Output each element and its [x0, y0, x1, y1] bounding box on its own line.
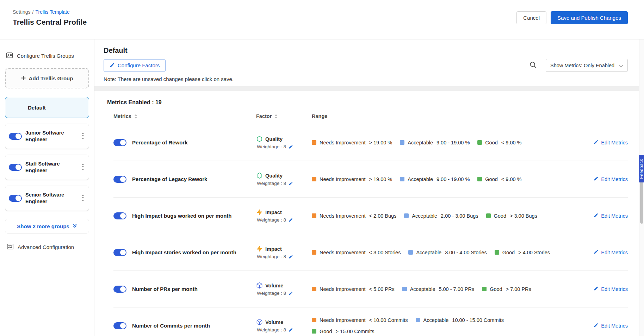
- toggle-knob: [16, 195, 21, 201]
- edit-metrics-link[interactable]: Edit Metrics: [594, 176, 628, 182]
- group-menu-button[interactable]: [81, 132, 85, 141]
- good-swatch: [482, 287, 487, 291]
- range-value: 10.00 - 15.00 Commits: [452, 317, 504, 323]
- acceptable-swatch: [400, 140, 404, 145]
- metric-toggle[interactable]: [113, 249, 126, 256]
- range-label: Needs Improvement: [320, 317, 366, 323]
- metric-row: High Impact stories worked on per month …: [113, 234, 628, 270]
- configure-factors-label: Configure Factors: [118, 62, 160, 68]
- edit-metrics-link[interactable]: Edit Metrics: [594, 213, 628, 219]
- actions-cell: Edit Metrics: [587, 139, 628, 145]
- metric-row: High Impact bugs worked on per month Imp…: [113, 197, 628, 234]
- group-card-default[interactable]: Default: [5, 97, 89, 118]
- group-menu-button[interactable]: [81, 163, 85, 172]
- toggle-knob: [120, 250, 126, 255]
- edit-weightage-icon[interactable]: [289, 291, 293, 295]
- factor-cell: Quality Weightage : 8: [256, 136, 312, 149]
- metrics-table: Metrics Factor Range: [113, 113, 628, 336]
- vertical-scrollbar[interactable]: [639, 39, 644, 336]
- actions-cell: Edit Metrics: [587, 176, 628, 182]
- good-swatch: [312, 329, 316, 334]
- range-label: Good: [485, 140, 497, 145]
- range-value: 5.00 - 7.00 PRs: [439, 286, 474, 292]
- factor-name: Quality: [265, 136, 283, 142]
- toggle-knob: [120, 176, 126, 182]
- group-menu-button[interactable]: [81, 194, 85, 203]
- metric-cell: High Impact stories worked on per month: [113, 249, 256, 256]
- header-actions: Cancel Save and Publish Changes: [516, 11, 628, 39]
- metric-toggle[interactable]: [113, 322, 126, 329]
- group-toggle[interactable]: [9, 195, 22, 202]
- breadcrumb-trellis-template-link[interactable]: Trellis Template: [35, 9, 69, 15]
- pencil-icon: [594, 323, 599, 329]
- metric-row: Percentage of Legacy Rework Quality Weig…: [113, 161, 628, 197]
- metrics-header-label: Metrics: [113, 113, 131, 119]
- good-swatch: [486, 213, 491, 218]
- range-cell: Needs Improvement> 19.00 % Acceptable9.0…: [312, 140, 587, 145]
- configure-factors-button[interactable]: Configure Factors: [104, 59, 166, 72]
- edit-weightage-icon[interactable]: [289, 144, 293, 149]
- add-trellis-group-button[interactable]: Add Trellis Group: [5, 68, 89, 88]
- save-and-publish-button[interactable]: Save and Publish Changes: [551, 11, 628, 24]
- edit-metrics-link[interactable]: Edit Metrics: [594, 286, 628, 292]
- plus-icon: [21, 75, 26, 81]
- range-label: Good: [494, 213, 506, 219]
- metric-cell: Percentage of Rework: [113, 139, 256, 146]
- metric-toggle[interactable]: [113, 176, 126, 183]
- range-value: 3.00 - 4.00 Stories: [445, 250, 487, 255]
- column-header-metrics: Metrics: [113, 113, 256, 119]
- edit-weightage-icon[interactable]: [289, 328, 293, 332]
- range-value: < 3.00 Stories: [369, 250, 401, 255]
- volume-cube-icon: [256, 282, 263, 289]
- cancel-button[interactable]: Cancel: [516, 11, 546, 24]
- sort-metrics-button[interactable]: [134, 114, 137, 119]
- show-metrics-filter-dropdown[interactable]: Show Metrics: Only Enabled: [546, 59, 628, 72]
- metric-toggle[interactable]: [113, 286, 126, 293]
- range-label: Acceptable: [410, 286, 435, 292]
- edit-weightage-icon[interactable]: [289, 218, 293, 222]
- group-card-staff-software-engineer[interactable]: Staff Software Engineer: [5, 155, 89, 180]
- profile-section-title: Default: [104, 46, 628, 55]
- range-value: > 3.00 Bugs: [510, 213, 537, 219]
- edit-metrics-link[interactable]: Edit Metrics: [594, 249, 628, 255]
- edit-weightage-icon[interactable]: [289, 181, 293, 186]
- metric-toggle[interactable]: [113, 212, 126, 219]
- acceptable-swatch: [416, 318, 420, 322]
- show-more-groups-label: Show 2 more groups: [17, 223, 69, 229]
- group-card-junior-software-engineer[interactable]: Junior Software Engineer: [5, 124, 89, 149]
- right-controls: Show Metrics: Only Enabled: [528, 59, 628, 72]
- range-chip-acceptable: Acceptable9.00 - 19.00 %: [400, 176, 470, 182]
- needs-improvement-swatch: [312, 287, 316, 291]
- group-card-senior-software-engineer[interactable]: Senior Software Engineer: [5, 186, 89, 211]
- sort-factor-button[interactable]: [274, 114, 278, 119]
- content-divider-band: [94, 86, 644, 91]
- factor-cell: Impact Weightage : 8: [256, 209, 312, 223]
- needs-improvement-swatch: [312, 140, 316, 145]
- range-chip-needs-improvement: Needs Improvement> 19.00 %: [312, 176, 392, 182]
- pencil-icon: [594, 139, 599, 145]
- range-label: Needs Improvement: [320, 176, 366, 182]
- range-chip-good: Good< 9.00 %: [477, 176, 521, 182]
- search-button[interactable]: [528, 60, 538, 71]
- edit-metrics-link[interactable]: Edit Metrics: [594, 323, 628, 329]
- range-chip-good: Good> 15.00 Commits: [312, 329, 374, 334]
- feedback-tab[interactable]: Feedback: [639, 155, 644, 182]
- range-chip-acceptable: Acceptable10.00 - 15.00 Commits: [416, 317, 504, 323]
- app-body: Configure Trellis Groups Add Trellis Gro…: [0, 39, 644, 336]
- metric-toggle[interactable]: [113, 139, 126, 146]
- range-value: > 19.00 %: [369, 176, 392, 182]
- range-label: Acceptable: [416, 250, 441, 255]
- group-toggle[interactable]: [9, 164, 22, 171]
- advanced-configuration-link[interactable]: Advanced Configuration: [5, 243, 89, 251]
- factor-name: Volume: [265, 319, 283, 325]
- toggle-knob: [120, 286, 126, 292]
- show-more-groups-link[interactable]: Show 2 more groups: [5, 219, 89, 234]
- factor-name: Quality: [265, 173, 283, 179]
- edit-metrics-link[interactable]: Edit Metrics: [594, 139, 628, 145]
- group-label: Default: [28, 105, 46, 111]
- edit-weightage-icon[interactable]: [289, 254, 293, 259]
- factor-cell: Quality Weightage : 8: [256, 172, 312, 186]
- group-toggle[interactable]: [9, 133, 22, 140]
- breadcrumb-settings-link[interactable]: Settings: [13, 9, 31, 15]
- factor-name: Impact: [265, 246, 282, 252]
